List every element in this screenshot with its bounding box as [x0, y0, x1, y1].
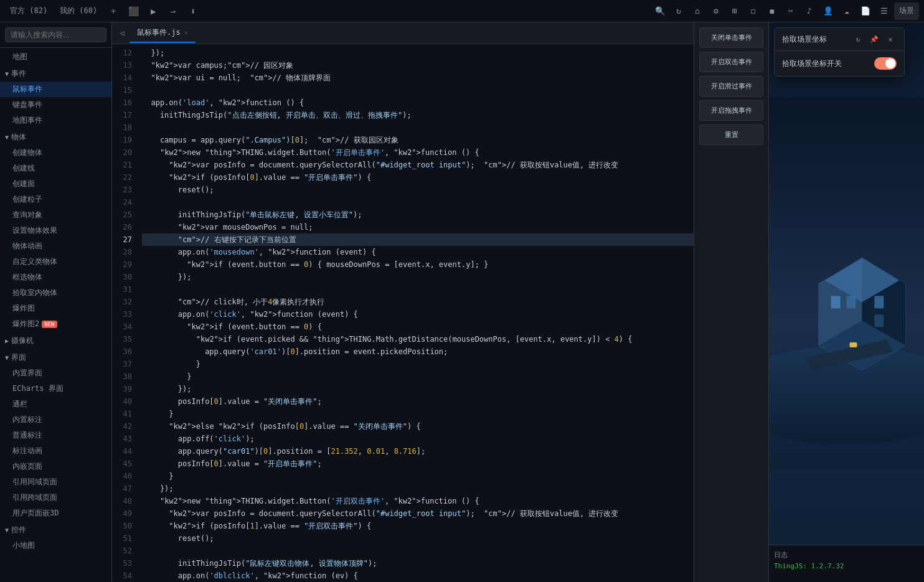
sidebar-item-label: 设置物体效果	[12, 225, 57, 236]
action-btn-open-double[interactable]: 开启双击事件	[699, 52, 763, 72]
download-button[interactable]: ⬇	[184, 2, 202, 20]
3d-viewport[interactable]: 拾取场景坐标 ↻ 📌 ✕ 拾取场景坐标开关	[769, 22, 924, 545]
sidebar-item-inner-label[interactable]: 内置标注	[0, 412, 111, 428]
fp-toggle[interactable]	[874, 57, 897, 70]
box2-icon[interactable]: ◼	[763, 2, 781, 20]
sidebar-item-heatmap2[interactable]: 爆炸图2NEW	[0, 316, 111, 332]
sidebar-category-camera[interactable]: ▶摄像机	[0, 332, 111, 349]
doc-icon[interactable]: 📄	[857, 2, 874, 20]
chevron-icon: ▼	[5, 134, 9, 141]
sidebar-item-user-3d[interactable]: 用户页面嵌3D	[0, 505, 111, 521]
sidebar-item-heatmap[interactable]: 爆炸图	[0, 301, 111, 316]
line-number: 27	[117, 233, 132, 246]
line-number: 21	[117, 159, 132, 171]
line-number: 13	[117, 59, 132, 72]
floating-panel-header: 拾取场景坐标 ↻ 📌 ✕	[775, 28, 904, 51]
line-number: 47	[117, 482, 132, 495]
sidebar-item-passway[interactable]: 通栏	[0, 397, 111, 412]
sidebar-category-thing[interactable]: ▼物体	[0, 128, 111, 145]
line-number: 40	[117, 395, 132, 408]
tab-close-icon[interactable]: ✕	[184, 29, 188, 36]
search-icon[interactable]: 🔍	[651, 2, 669, 20]
code-line: initThingJsTip("点击左侧按钮, 开启单击、双击、滑过、拖拽事件"…	[142, 109, 694, 121]
box-icon[interactable]: ◻	[745, 2, 762, 20]
code-content: }); "kw2">var campus;"cm">// 园区对象 "kw2">…	[137, 44, 694, 582]
sidebar-category-event[interactable]: ▼事件	[0, 65, 111, 82]
sidebar-item-create-thing[interactable]: 创建物体	[0, 145, 111, 161]
line-number: 30	[117, 271, 132, 283]
chevron-icon: ▼	[5, 354, 9, 361]
home-icon[interactable]: ⌂	[689, 2, 706, 20]
sidebar-item-create-surface[interactable]: 创建面	[0, 176, 111, 192]
line-number: 14	[117, 72, 132, 84]
sidebar-item-mouse-event[interactable]: 鼠标事件	[0, 82, 111, 97]
sidebar-item-label: 内嵌页面	[12, 461, 42, 472]
sidebar-item-echarts-ui[interactable]: ECharts 界面	[0, 381, 111, 397]
sidebar-item-ref-same-domain[interactable]: 引用同域页面	[0, 474, 111, 490]
sidebar-item-ref-cross-domain[interactable]: 引用跨域页面	[0, 490, 111, 505]
editor-area: ◁ 鼠标事件.js ✕ 1213141516171819202122232425…	[112, 22, 694, 582]
person-icon[interactable]: 👤	[819, 2, 837, 20]
line-number: 49	[117, 507, 132, 520]
sidebar-item-custom-thing[interactable]: 自定义类物体	[0, 254, 111, 270]
save-button[interactable]: ⬛	[125, 2, 142, 20]
my-tab[interactable]: 我的 (60)	[55, 6, 102, 16]
sidebar-item-set-thing-effect[interactable]: 设置物体效果	[0, 223, 111, 238]
line-number: 24	[117, 196, 132, 209]
action-btn-open-drag[interactable]: 开启拖拽事件	[699, 100, 763, 121]
cloud-icon[interactable]: ☁	[838, 2, 856, 20]
refresh-icon[interactable]: ↻	[670, 2, 687, 20]
sidebar-item-embed-page[interactable]: 内嵌页面	[0, 459, 111, 474]
line-number: 17	[117, 109, 132, 121]
sidebar-item-frame-thing[interactable]: 框选物体	[0, 270, 111, 285]
fp-refresh-btn[interactable]: ↻	[852, 33, 864, 45]
action-btn-close-click[interactable]: 关闭单击事件	[699, 27, 763, 48]
code-editor[interactable]: 1213141516171819202122232425262728293031…	[112, 44, 694, 582]
tab-nav-left[interactable]: ◁	[115, 26, 130, 40]
sidebar-item-pick-indoor[interactable]: 拾取室内物体	[0, 285, 111, 301]
sidebar-item-map-event[interactable]: 地图事件	[0, 113, 111, 128]
tab-mouse-event[interactable]: 鼠标事件.js ✕	[130, 24, 196, 43]
fp-close-btn[interactable]: ✕	[884, 33, 897, 45]
sidebar-item-thing-animation[interactable]: 物体动画	[0, 238, 111, 254]
sidebar-item-inner-ui[interactable]: 内置界面	[0, 365, 111, 381]
sidebar-item-keyboard-event[interactable]: 键盘事件	[0, 97, 111, 113]
action-btn-open-slide[interactable]: 开启滑过事件	[699, 76, 763, 96]
svg-rect-6	[831, 296, 841, 308]
code-line: }	[142, 370, 694, 383]
code-line: });	[142, 383, 694, 395]
sidebar-item-label: 地图事件	[12, 115, 42, 126]
music-icon[interactable]: ♪	[801, 2, 818, 20]
sidebar-item-label: 标注动画	[12, 446, 42, 456]
fp-pin-btn[interactable]: 📌	[868, 33, 880, 45]
add-button[interactable]: ＋	[105, 2, 122, 20]
code-line: "kw2">if (event.button == 0) {	[142, 321, 694, 333]
sidebar-category-controls[interactable]: ▼控件	[0, 521, 111, 538]
sidebar-item-create-line[interactable]: 创建线	[0, 161, 111, 176]
code-line: }	[142, 408, 694, 420]
code-line: initThingJsTip("单击鼠标左键, 设置小车位置");	[142, 209, 694, 221]
code-line: posInfo[0].value = "开启单击事件";	[142, 458, 694, 470]
code-line: "kw2">if (event.button == 0) { mouseDown…	[142, 258, 694, 271]
official-tab[interactable]: 官方 (82)	[5, 6, 52, 16]
list-icon[interactable]: ☰	[875, 2, 893, 20]
action-btn-reset[interactable]: 重置	[699, 124, 763, 145]
code-line: "kw2">var ui = null; "cm">// 物体顶牌界面	[142, 72, 694, 84]
line-number: 48	[117, 495, 132, 507]
sidebar-category-ui[interactable]: ▼界面	[0, 349, 111, 365]
sidebar-item-minimap[interactable]: 小地图	[0, 538, 111, 553]
code-line: });	[142, 271, 694, 283]
sidebar-item-query-object[interactable]: 查询对象	[0, 207, 111, 223]
sidebar-item-label-animation[interactable]: 标注动画	[0, 443, 111, 459]
code-line	[142, 545, 694, 557]
sidebar-item-create-particle[interactable]: 创建粒子	[0, 192, 111, 207]
sidebar-item-map[interactable]: 地图	[0, 49, 111, 65]
search-input[interactable]	[5, 27, 106, 42]
grid-icon[interactable]: ⊞	[726, 2, 743, 20]
forward-button[interactable]: ⇀	[164, 2, 182, 20]
tools-icon[interactable]: ✂	[782, 2, 799, 20]
chevron-icon: ▼	[5, 527, 9, 533]
sidebar-item-normal-label[interactable]: 普通标注	[0, 428, 111, 443]
gear-icon[interactable]: ⚙	[707, 2, 725, 20]
run-button[interactable]: ▶	[144, 2, 162, 20]
